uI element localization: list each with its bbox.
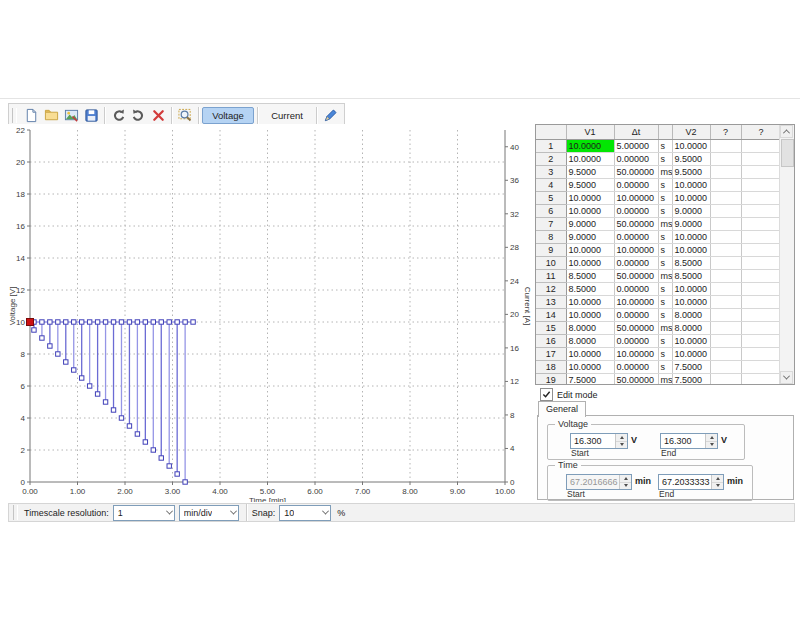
voltage-end-input[interactable]: 16.300 [660,433,718,449]
cell-q2[interactable] [741,140,780,153]
cell-dt[interactable]: 50.00000 [614,218,658,231]
row-number-cell[interactable]: 11 [536,270,566,283]
edit-mode-checkbox[interactable]: Edit mode [540,388,598,401]
cell-v1[interactable]: 10.0000 [566,244,614,257]
cell-v1[interactable]: 10.0000 [566,257,614,270]
spin-up-button[interactable] [616,434,627,442]
draw-pen-button[interactable] [320,106,340,125]
cell-q1[interactable] [710,166,741,179]
spin-down-button[interactable] [706,442,717,449]
spin-down-button[interactable] [620,483,631,490]
cell-q2[interactable] [741,361,780,374]
cell-v1[interactable]: 9.0000 [566,231,614,244]
cell-v2[interactable]: 9.5000 [672,153,710,166]
cell-q2[interactable] [741,179,780,192]
cell-q1[interactable] [710,296,741,309]
cell-v2[interactable]: 8.0000 [672,322,710,335]
table-scrollbar[interactable] [779,125,794,384]
cell-v2[interactable]: 7.5000 [672,361,710,374]
cell-v1[interactable]: 8.0000 [566,335,614,348]
timescale-value-select[interactable]: 1 [113,505,175,521]
toolbar-grip[interactable] [13,505,18,520]
selected-point-marker[interactable] [27,319,34,326]
cell-q1[interactable] [710,361,741,374]
row-number-cell[interactable]: 13 [536,296,566,309]
cell-v2[interactable]: 8.5000 [672,257,710,270]
cell-dt-unit[interactable]: s [658,257,672,270]
cell-dt-unit[interactable]: s [658,192,672,205]
voltage-waveform-chart[interactable]: 024681012141618202204812162024283236400.… [8,124,532,502]
cell-dt-unit[interactable]: ms [658,166,672,179]
cell-v2[interactable]: 10.0000 [672,244,710,257]
cell-dt[interactable]: 10.00000 [614,192,658,205]
cell-q2[interactable] [741,205,780,218]
cell-q2[interactable] [741,166,780,179]
cell-v1[interactable]: 8.5000 [566,283,614,296]
row-number-cell[interactable]: 7 [536,218,566,231]
spin-up-button[interactable] [706,434,717,442]
voltage-tab[interactable]: Voltage [202,107,254,124]
export-image-button[interactable] [61,106,81,125]
cell-q1[interactable] [710,322,741,335]
cell-q2[interactable] [741,374,780,385]
row-number-cell[interactable]: 19 [536,374,566,385]
scrollbar-thumb[interactable] [781,139,794,167]
time-end-value[interactable]: 67.2033333 [659,475,711,489]
cell-dt-unit[interactable]: ms [658,270,672,283]
cell-q1[interactable] [710,205,741,218]
row-number-cell[interactable]: 16 [536,335,566,348]
cell-v1[interactable]: 10.0000 [566,348,614,361]
zoom-selection-button[interactable] [175,106,195,125]
cell-q1[interactable] [710,335,741,348]
spin-up-button[interactable] [620,475,631,483]
time-end-input[interactable]: 67.2033333 [658,474,724,490]
row-number-cell[interactable]: 5 [536,192,566,205]
cell-v1[interactable]: 9.5000 [566,166,614,179]
cell-q1[interactable] [710,270,741,283]
row-number-cell[interactable]: 1 [536,140,566,153]
scroll-down-button[interactable] [780,371,793,384]
col-header-rownum[interactable] [536,125,566,140]
cell-v1[interactable]: 10.0000 [566,309,614,322]
row-number-cell[interactable]: 3 [536,166,566,179]
row-number-cell[interactable]: 2 [536,153,566,166]
col-header-q1[interactable]: ? [710,125,741,140]
cell-v2[interactable]: 10.0000 [672,192,710,205]
cell-dt-unit[interactable]: ms [658,322,672,335]
cell-dt-unit[interactable]: s [658,335,672,348]
cell-q2[interactable] [741,270,780,283]
cell-v2[interactable]: 10.0000 [672,296,710,309]
cell-v1[interactable]: 8.0000 [566,322,614,335]
toolbar-grip[interactable] [12,108,17,123]
spin-down-button[interactable] [616,442,627,449]
cell-q2[interactable] [741,257,780,270]
cell-v2[interactable]: 10.0000 [672,348,710,361]
cell-q2[interactable] [741,218,780,231]
cell-q1[interactable] [710,309,741,322]
cell-dt[interactable]: 50.00000 [614,270,658,283]
row-number-cell[interactable]: 12 [536,283,566,296]
col-header-q2[interactable]: ? [741,125,780,140]
cell-v1[interactable]: 7.5000 [566,374,614,385]
cell-q2[interactable] [741,335,780,348]
cell-v1[interactable]: 9.0000 [566,218,614,231]
undo-button[interactable] [108,106,128,125]
cell-q1[interactable] [710,348,741,361]
cell-v2[interactable]: 10.0000 [672,283,710,296]
col-header-dt[interactable]: Δt [614,125,658,140]
cell-v2[interactable]: 10.0000 [672,231,710,244]
cell-dt[interactable]: 0.00000 [614,361,658,374]
col-header-v2[interactable]: V2 [672,125,710,140]
cell-v2[interactable]: 8.0000 [672,309,710,322]
cell-dt-unit[interactable]: s [658,309,672,322]
row-number-cell[interactable]: 14 [536,309,566,322]
cell-dt-unit[interactable]: s [658,153,672,166]
row-number-cell[interactable]: 9 [536,244,566,257]
cell-q1[interactable] [710,218,741,231]
cell-v2[interactable]: 9.5000 [672,166,710,179]
cell-q1[interactable] [710,192,741,205]
cell-q2[interactable] [741,283,780,296]
cell-v2[interactable]: 10.0000 [672,335,710,348]
cell-dt[interactable]: 0.00000 [614,231,658,244]
cell-q1[interactable] [710,283,741,296]
